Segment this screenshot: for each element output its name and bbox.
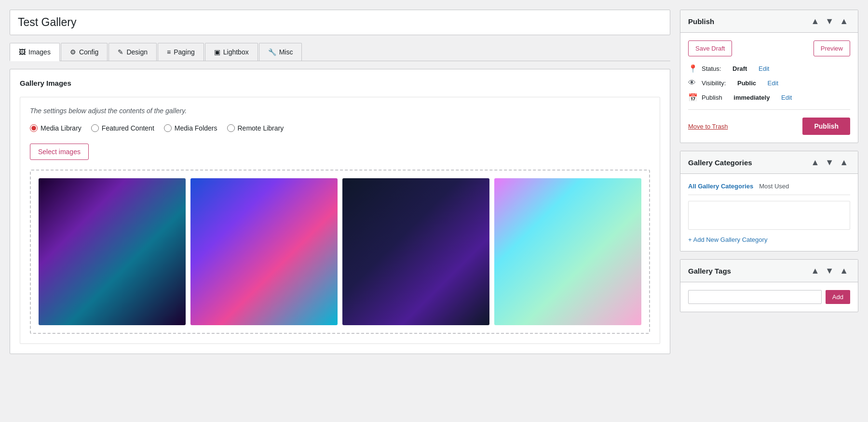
source-media-library-label: Media Library [41,124,81,132]
publish-panel-collapse-up[interactable]: ▲ [809,16,822,26]
status-value: Draft [732,65,747,72]
publish-panel-collapse-down[interactable]: ▼ [823,16,836,26]
add-new-gallery-category-link[interactable]: + Add New Gallery Category [688,236,767,243]
source-media-folders-radio[interactable] [164,124,172,132]
publish-time-value: immediately [733,94,770,101]
lightbox-tab-label: Lightbox [223,48,249,56]
gallery-tags-title: Gallery Tags [688,267,731,275]
gallery-tags-collapse-up[interactable]: ▲ [809,265,822,276]
preview-button[interactable]: Preview [814,40,850,56]
visibility-icon: 👁 [688,79,697,87]
all-gallery-categories-tab[interactable]: All Gallery Categories [688,182,753,191]
gallery-image-2[interactable] [190,178,338,325]
gallery-categories-body: All Gallery Categories Most Used + Add N… [680,174,858,251]
publish-panel-controls: ▲ ▼ ▲ [809,16,850,26]
gallery-categories-panel: Gallery Categories ▲ ▼ ▲ All Gallery Cat… [680,151,858,251]
save-draft-button[interactable]: Save Draft [688,40,732,56]
publish-panel-body: Save Draft Preview 📍 Status: Draft Edit … [680,33,858,143]
source-featured-content-label: Featured Content [102,124,154,132]
gallery-image-1[interactable] [39,178,186,325]
visibility-edit-link[interactable]: Edit [768,79,778,87]
gallery-tags-panel: Gallery Tags ▲ ▼ ▲ Add [680,259,858,312]
gallery-image-3[interactable] [342,178,489,325]
source-remote-library-label: Remote Library [238,124,284,132]
source-remote-library[interactable]: Remote Library [227,124,284,132]
calendar-icon: 📅 [688,93,697,102]
gallery-tags-toggle[interactable]: ▲ [838,265,850,276]
tags-input-row: Add [688,290,850,304]
source-media-folders[interactable]: Media Folders [164,124,217,132]
status-edit-link[interactable]: Edit [759,65,769,72]
lightbox-tab-icon: ▣ [214,48,220,56]
tabs-container: 🖼 Images ⚙ Config ✎ Design ≡ Paging ▣ Li… [10,43,670,61]
gallery-image-4[interactable] [494,178,641,325]
tab-images[interactable]: 🖼 Images [10,43,60,61]
gallery-categories-title: Gallery Categories [688,158,752,167]
design-tab-label: Design [126,48,148,56]
move-trash-link[interactable]: Move to Trash [688,123,728,130]
tags-input[interactable] [688,290,822,304]
tab-lightbox[interactable]: ▣ Lightbox [205,43,258,61]
publish-time-edit-link[interactable]: Edit [781,94,792,101]
source-radio-group: Media Library Featured Content Media Fol… [30,124,650,132]
publish-meta: 📍 Status: Draft Edit 👁 Visibility: Publi… [688,64,850,110]
tab-misc[interactable]: 🔧 Misc [259,43,302,61]
tab-config[interactable]: ⚙ Config [61,43,108,61]
categories-tabs: All Gallery Categories Most Used [688,182,850,195]
select-images-button[interactable]: Select images [30,144,89,160]
tab-design[interactable]: ✎ Design [108,43,157,61]
gallery-categories-collapse-up[interactable]: ▲ [809,157,822,168]
publish-panel-header: Publish ▲ ▼ ▲ [680,10,858,33]
publish-button[interactable]: Publish [802,118,850,135]
gallery-inner: The settings below adjust the contents o… [20,97,660,344]
misc-tab-label: Misc [279,48,293,56]
most-used-tab[interactable]: Most Used [759,182,789,191]
status-icon: 📍 [688,64,697,73]
config-tab-label: Config [79,48,98,56]
gallery-description: The settings below adjust the contents o… [30,107,650,115]
publish-time-label: Publish [702,94,722,101]
publish-btn-row: Save Draft Preview [688,40,850,56]
source-featured-content[interactable]: Featured Content [91,124,154,132]
gallery-tags-body: Add [680,282,858,312]
source-media-folders-label: Media Folders [175,124,217,132]
images-tab-label: Images [28,48,51,56]
publish-panel-title: Publish [688,17,714,26]
gallery-categories-controls: ▲ ▼ ▲ [809,157,850,168]
sidebar: Publish ▲ ▼ ▲ Save Draft Preview 📍 S [680,10,858,412]
paging-tab-label: Paging [174,48,195,56]
add-tag-button[interactable]: Add [826,290,850,304]
gallery-categories-collapse-down[interactable]: ▼ [823,157,836,168]
status-label: Status: [702,65,721,72]
gallery-categories-header: Gallery Categories ▲ ▼ ▲ [680,151,858,174]
tab-paging[interactable]: ≡ Paging [158,43,204,61]
config-tab-icon: ⚙ [70,48,76,56]
visibility-value: Public [737,79,756,87]
source-remote-library-radio[interactable] [227,124,235,132]
publish-panel-toggle[interactable]: ▲ [838,16,850,26]
status-row: 📍 Status: Draft Edit [688,64,850,73]
categories-list [688,201,850,230]
source-media-library[interactable]: Media Library [30,124,81,132]
publish-time-row: 📅 Publish immediately Edit [688,93,850,102]
gallery-section-title: Gallery Images [20,79,660,87]
page-title-input[interactable] [10,10,670,35]
gallery-categories-toggle[interactable]: ▲ [838,157,850,168]
gallery-tags-collapse-down[interactable]: ▼ [823,265,836,276]
gallery-tags-header: Gallery Tags ▲ ▼ ▲ [680,260,858,282]
source-media-library-radio[interactable] [30,124,38,132]
design-tab-icon: ✎ [118,48,123,56]
gallery-section: Gallery Images The settings below adjust… [10,69,670,354]
paging-tab-icon: ≡ [167,48,171,56]
images-grid [30,170,650,334]
visibility-row: 👁 Visibility: Public Edit [688,79,850,87]
source-featured-content-radio[interactable] [91,124,99,132]
misc-tab-icon: 🔧 [268,48,276,56]
images-tab-icon: 🖼 [19,48,26,56]
visibility-label: Visibility: [702,79,726,87]
gallery-tags-controls: ▲ ▼ ▲ [809,265,850,276]
publish-panel: Publish ▲ ▼ ▲ Save Draft Preview 📍 S [680,10,858,143]
